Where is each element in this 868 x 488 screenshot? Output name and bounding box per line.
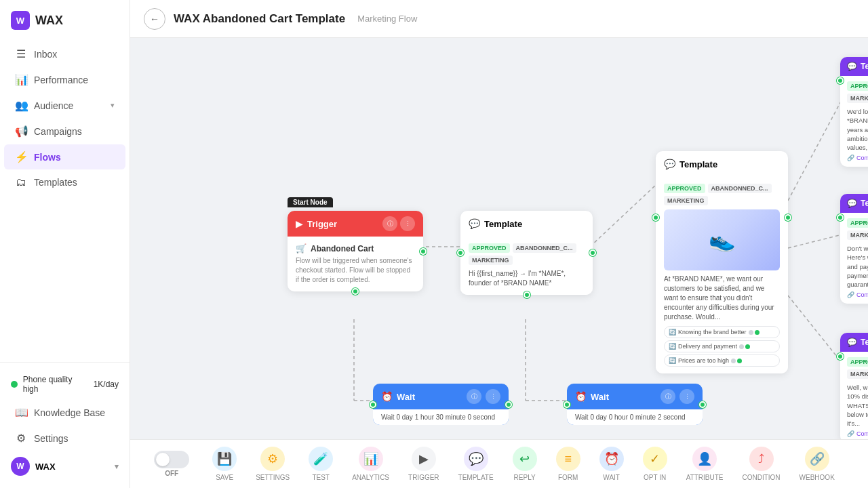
wait-node-2[interactable]: ⏰ Wait ⓘ ⋮ Wait 0 day 0 hour 0 minute 2 … — [567, 384, 703, 425]
toolbar-analytics[interactable]: 📊 ANALYTICS — [342, 441, 399, 487]
sidebar: W WAX ☰ Inbox 📊 Performance 👥 Audience ▾… — [0, 0, 130, 488]
wait-icon: ⏰ — [599, 447, 624, 471]
user-chevron-icon: ▾ — [115, 462, 119, 471]
sidebar-item-knowledge-base[interactable]: 📖 Knowledge Base — [4, 400, 125, 425]
back-button[interactable]: ← — [144, 8, 165, 30]
sidebar-item-label: Campaigns — [34, 126, 82, 137]
right-template-2[interactable]: 💬 Template N/A ⋮ APPROVED ABANDONNED_C..… — [840, 194, 868, 304]
t2-right-dot — [785, 214, 791, 221]
approved-tag-2: APPROVED — [664, 184, 705, 193]
wait-1-more[interactable]: ⋮ — [486, 389, 500, 404]
toolbar-trigger[interactable]: ▶ TRIGGER — [399, 441, 449, 487]
right-template-1[interactable]: 💬 Template N/A ⋮ APPROVED ABANDONNED_C..… — [840, 57, 868, 167]
test-label: TEST — [312, 474, 330, 481]
rt2-link[interactable]: 🔗 Complete my order ! ↩ — [847, 291, 868, 298]
wait-2-more[interactable]: ⋮ — [679, 389, 694, 404]
page-header: ← WAX Abandoned Cart Template Marketing … — [130, 0, 868, 38]
template-1-info[interactable]: ⓘ — [552, 216, 567, 231]
link-icon-2: 🔗 — [847, 291, 854, 298]
toggle-switch[interactable] — [154, 451, 189, 468]
flow-canvas[interactable]: Start Node ▶ Trigger ⓘ ⋮ 🛒 Abandoned Car… — [130, 38, 868, 439]
template-1-text: Hi {{first_name}} → I'm *NAME*, founder … — [469, 269, 585, 288]
audience-icon: 👥 — [15, 99, 27, 112]
status-label: Phone quality high — [23, 375, 88, 394]
dot — [731, 359, 736, 363]
template-node-1[interactable]: 💬 Template ⓘ ⋮ APPROVED ABANDONNED_C... … — [460, 211, 593, 295]
sidebar-item-campaigns[interactable]: 📢 Campaigns — [4, 119, 125, 144]
template-1-body: APPROVED ABANDONNED_C... MARKETING Hi {{… — [460, 237, 593, 295]
settings-icon: ⚙ — [15, 432, 27, 445]
trigger-info-button[interactable]: ⓘ — [382, 216, 397, 231]
toolbar-attribute[interactable]: 👤 ATTRIBUTE — [677, 441, 733, 487]
whatsapp-icon-2: 💬 — [664, 159, 675, 169]
trigger-actions: ⓘ ⋮ — [382, 216, 415, 231]
toolbar-save[interactable]: 💾 SAVE — [203, 441, 246, 487]
app-name: WAX — [35, 14, 63, 28]
sidebar-item-templates[interactable]: 🗂 Templates — [4, 170, 125, 195]
app-logo: W WAX — [0, 0, 130, 38]
sidebar-item-settings[interactable]: ⚙ Settings — [4, 426, 125, 451]
toggle-knob — [156, 453, 170, 466]
toolbar-form[interactable]: ≡ FORM — [547, 441, 590, 487]
wait-2-duration: Wait 0 day 0 hour 0 minute 2 second — [575, 413, 686, 421]
right-template-3[interactable]: 💬 Template N/A ⋮ APPROVED ABANDONNED_C..… — [840, 333, 868, 439]
marketing-tag: MARKETING — [469, 256, 513, 265]
template-1-more[interactable]: ⋮ — [570, 216, 585, 231]
template-2-header: 💬 Template ⓘ ⋮ — [656, 151, 788, 177]
wait-1-info[interactable]: ⓘ — [467, 389, 481, 404]
toolbar-settings[interactable]: ⚙ SETTINGS — [246, 441, 299, 487]
webhook-label: WEBHOOK — [800, 474, 835, 481]
rt1-link-label: Complete my order ! — [856, 155, 868, 161]
wait-node-1[interactable]: ⏰ Wait ⓘ ⋮ Wait 0 day 1 hour 30 minute 0… — [373, 384, 509, 425]
main-content: ← WAX Abandoned Cart Template Marketing … — [130, 0, 868, 488]
sidebar-item-label: Audience — [34, 100, 73, 111]
reply-delivery[interactable]: 🔄 Delivery and payment — [664, 340, 780, 352]
reply-icon: ↩ — [513, 447, 537, 471]
sidebar-item-label: Templates — [34, 177, 77, 188]
toolbar-condition[interactable]: ⤴ CONDITION — [732, 441, 789, 487]
user-menu[interactable]: W WAX ▾ — [0, 451, 130, 481]
logo-icon: W — [11, 11, 30, 30]
sidebar-item-inbox[interactable]: ☰ Inbox — [4, 41, 125, 66]
reply-prices[interactable]: 🔄 Prices are too high — [664, 354, 780, 367]
sidebar-item-label: Flows — [34, 152, 61, 163]
toolbar-wait[interactable]: ⏰ WAIT — [590, 441, 633, 487]
rt1-link[interactable]: 🔗 Complete my order ! ↩ — [847, 155, 868, 161]
template-1-actions: ⓘ ⋮ — [552, 216, 585, 231]
t1-bottom-dot — [524, 291, 530, 298]
knowledge-icon: 📖 — [15, 406, 27, 419]
sidebar-item-label: Performance — [34, 75, 88, 85]
sidebar-item-flows[interactable]: ⚡ Flows — [4, 144, 125, 169]
rt2-icon: 💬 — [847, 199, 857, 208]
sidebar-item-audience[interactable]: 👥 Audience ▾ — [4, 93, 125, 118]
template-2-info[interactable]: ⓘ — [747, 157, 762, 171]
svg-line-6 — [788, 99, 842, 201]
reply-knowing[interactable]: 🔄 Knowing the brand better — [664, 326, 780, 338]
wait-clock-icon-2: ⏰ — [575, 391, 587, 402]
dot — [739, 344, 744, 349]
template-node-2[interactable]: 💬 Template ⓘ ⋮ APPROVED ABANDONNED_C... … — [656, 151, 788, 373]
whatsapp-icon: 💬 — [469, 218, 480, 229]
optin-label: OPT IN — [644, 474, 666, 481]
rt2-text: Don't worry, we've got you covered ! Her… — [847, 244, 868, 289]
toolbar-template[interactable]: 💬 TEMPLATE — [449, 441, 503, 487]
rt3-link[interactable]: 🔗 Complete my order ! ↩ — [847, 430, 868, 437]
toolbar-reply[interactable]: ↩ REPLY — [503, 441, 547, 487]
webhook-icon: 🔗 — [805, 447, 829, 471]
w1-right-dot — [505, 401, 512, 408]
toolbar-webhook[interactable]: 🔗 WEBHOOK — [790, 441, 844, 487]
reply-dots — [749, 330, 760, 335]
trigger-more-button[interactable]: ⋮ — [400, 216, 415, 231]
rt3-marketing: MARKETING — [847, 369, 868, 379]
category-tag: ABANDONNED_C... — [513, 243, 576, 253]
toolbar-optin[interactable]: ✓ OPT IN — [633, 441, 677, 487]
trigger-node[interactable]: Start Node ▶ Trigger ⓘ ⋮ 🛒 Abandoned Car… — [288, 211, 423, 291]
toolbar-test[interactable]: 🧪 TEST — [299, 441, 342, 487]
template-2-title: Template — [679, 159, 743, 169]
save-icon: 💾 — [212, 447, 237, 471]
template-2-more[interactable]: ⋮ — [765, 157, 780, 171]
sidebar-item-performance[interactable]: 📊 Performance — [4, 67, 125, 92]
wait-2-header: ⏰ Wait ⓘ ⋮ — [567, 384, 703, 409]
link-icon: 🔗 — [847, 155, 854, 161]
wait-2-info[interactable]: ⓘ — [660, 389, 675, 404]
